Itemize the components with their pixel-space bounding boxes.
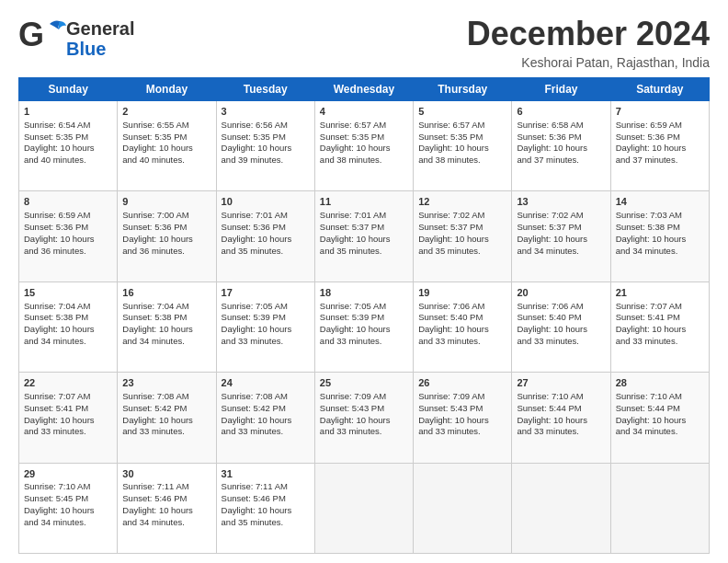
calendar-day-25: 25Sunrise: 7:09 AMSunset: 5:43 PMDayligh… — [314, 373, 413, 463]
calendar-day-27: 27Sunrise: 7:10 AMSunset: 5:44 PMDayligh… — [512, 373, 610, 463]
calendar-day-16: 16Sunrise: 7:04 AMSunset: 5:38 PMDayligh… — [118, 282, 216, 372]
calendar-week-5: 29Sunrise: 7:10 AMSunset: 5:45 PMDayligh… — [19, 463, 710, 553]
calendar-day-28: 28Sunrise: 7:10 AMSunset: 5:44 PMDayligh… — [610, 373, 709, 463]
calendar-day-19: 19Sunrise: 7:06 AMSunset: 5:40 PMDayligh… — [414, 282, 512, 372]
calendar-day-22: 22Sunrise: 7:07 AMSunset: 5:41 PMDayligh… — [19, 373, 118, 463]
page: G General Blue December 2024 Keshorai Pa… — [0, 0, 728, 563]
calendar-day-1: 1Sunrise: 6:54 AMSunset: 5:35 PMDaylight… — [19, 101, 118, 191]
calendar-day-empty — [414, 463, 512, 553]
col-saturday: Saturday — [610, 78, 709, 101]
calendar-day-11: 11Sunrise: 7:01 AMSunset: 5:37 PMDayligh… — [314, 191, 413, 282]
col-monday: Monday — [118, 78, 216, 101]
calendar-day-5: 5Sunrise: 6:57 AMSunset: 5:35 PMDaylight… — [414, 101, 512, 191]
month-title: December 2024 — [467, 15, 710, 53]
calendar-day-24: 24Sunrise: 7:08 AMSunset: 5:42 PMDayligh… — [216, 373, 314, 463]
calendar-day-empty — [610, 463, 709, 553]
col-friday: Friday — [512, 78, 610, 101]
calendar-day-10: 10Sunrise: 7:01 AMSunset: 5:36 PMDayligh… — [216, 191, 314, 282]
col-wednesday: Wednesday — [314, 78, 413, 101]
calendar-day-2: 2Sunrise: 6:55 AMSunset: 5:35 PMDaylight… — [118, 101, 216, 191]
calendar-week-1: 1Sunrise: 6:54 AMSunset: 5:35 PMDaylight… — [19, 101, 710, 191]
calendar-day-7: 7Sunrise: 6:59 AMSunset: 5:36 PMDaylight… — [610, 101, 709, 191]
calendar-day-6: 6Sunrise: 6:58 AMSunset: 5:36 PMDaylight… — [512, 101, 610, 191]
calendar-day-9: 9Sunrise: 7:00 AMSunset: 5:36 PMDaylight… — [118, 191, 216, 282]
calendar-header-row: Sunday Monday Tuesday Wednesday Thursday… — [19, 78, 710, 101]
calendar-day-4: 4Sunrise: 6:57 AMSunset: 5:35 PMDaylight… — [314, 101, 413, 191]
calendar-week-2: 8Sunrise: 6:59 AMSunset: 5:36 PMDaylight… — [19, 191, 710, 282]
calendar-week-4: 22Sunrise: 7:07 AMSunset: 5:41 PMDayligh… — [19, 373, 710, 463]
calendar-day-15: 15Sunrise: 7:04 AMSunset: 5:38 PMDayligh… — [19, 282, 118, 372]
logo-blue: Blue — [66, 39, 134, 59]
calendar-day-23: 23Sunrise: 7:08 AMSunset: 5:42 PMDayligh… — [118, 373, 216, 463]
calendar-day-13: 13Sunrise: 7:02 AMSunset: 5:37 PMDayligh… — [512, 191, 610, 282]
calendar-day-14: 14Sunrise: 7:03 AMSunset: 5:38 PMDayligh… — [610, 191, 709, 282]
calendar-day-empty — [314, 463, 413, 553]
col-thursday: Thursday — [414, 78, 512, 101]
subtitle: Keshorai Patan, Rajasthan, India — [467, 55, 710, 70]
col-tuesday: Tuesday — [216, 78, 314, 101]
calendar-day-26: 26Sunrise: 7:09 AMSunset: 5:43 PMDayligh… — [414, 373, 512, 463]
calendar-day-12: 12Sunrise: 7:02 AMSunset: 5:37 PMDayligh… — [414, 191, 512, 282]
calendar-day-8: 8Sunrise: 6:59 AMSunset: 5:36 PMDaylight… — [19, 191, 118, 282]
calendar-day-21: 21Sunrise: 7:07 AMSunset: 5:41 PMDayligh… — [610, 282, 709, 372]
calendar-table: Sunday Monday Tuesday Wednesday Thursday… — [18, 77, 710, 554]
logo-general: General — [66, 18, 134, 39]
svg-text:G: G — [18, 17, 44, 53]
col-sunday: Sunday — [19, 78, 118, 101]
logo: G General Blue — [18, 15, 134, 59]
calendar-day-18: 18Sunrise: 7:05 AMSunset: 5:39 PMDayligh… — [314, 282, 413, 372]
calendar-day-31: 31Sunrise: 7:11 AMSunset: 5:46 PMDayligh… — [216, 463, 314, 553]
calendar-week-3: 15Sunrise: 7:04 AMSunset: 5:38 PMDayligh… — [19, 282, 710, 372]
calendar-day-29: 29Sunrise: 7:10 AMSunset: 5:45 PMDayligh… — [19, 463, 118, 553]
calendar-day-empty — [512, 463, 610, 553]
calendar-day-17: 17Sunrise: 7:05 AMSunset: 5:39 PMDayligh… — [216, 282, 314, 372]
calendar-day-30: 30Sunrise: 7:11 AMSunset: 5:46 PMDayligh… — [118, 463, 216, 553]
header: G General Blue December 2024 Keshorai Pa… — [18, 15, 710, 70]
calendar-day-20: 20Sunrise: 7:06 AMSunset: 5:40 PMDayligh… — [512, 282, 610, 372]
calendar-day-3: 3Sunrise: 6:56 AMSunset: 5:35 PMDaylight… — [216, 101, 314, 191]
title-block: December 2024 Keshorai Patan, Rajasthan,… — [467, 15, 710, 70]
